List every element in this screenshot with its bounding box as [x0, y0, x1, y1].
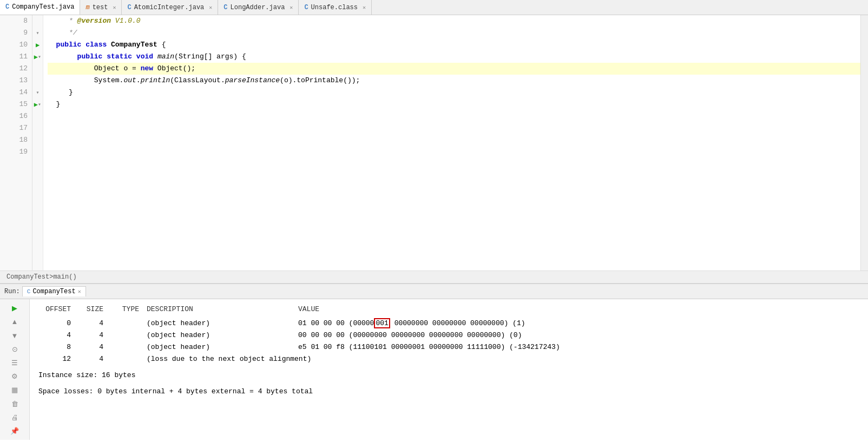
code-line-11: public static void main(String[] args) {	[48, 51, 860, 63]
tab-label: CompanyTest.java	[12, 3, 74, 11]
tab-label: test	[93, 4, 108, 11]
line-num-8: 8	[0, 15, 32, 27]
java-icon: C	[127, 4, 131, 11]
line-num-9: 9	[0, 27, 32, 39]
code-line-13: System.out.println(ClassLayout.parseInst…	[48, 75, 860, 87]
tab-test[interactable]: m test ✕	[80, 0, 122, 15]
line-num-12: 12	[0, 63, 32, 75]
run-output: OFFSET SIZE TYPE DESCRIPTION VALUE 0 4 (…	[30, 299, 868, 440]
run-panel: Run: C CompanyTest ✕ ▶ ▲ ▼ ⊙ ☰ ⚙ ▦ 🗑 🖨 📌	[0, 283, 868, 440]
run-close-icon[interactable]: ✕	[78, 288, 81, 295]
delete-button[interactable]: 🗑	[9, 398, 21, 409]
line-numbers: 8 9 10 11 12 13 14 15 16 17 18 19	[0, 15, 32, 271]
code-line-14: }	[48, 87, 860, 98]
breadcrumb-bar: CompanyTest > main()	[0, 271, 868, 283]
close-icon[interactable]: ✕	[209, 4, 212, 11]
code-line-8: * @version V1.0.0	[48, 15, 860, 27]
fold-icon-11[interactable]: ▾	[38, 54, 41, 60]
tab-label: LongAdder.java	[231, 4, 285, 11]
gutter-13	[32, 75, 43, 87]
code-line-9: */	[48, 27, 860, 39]
settings-button[interactable]: ⚙	[9, 371, 21, 382]
code-line-18	[48, 134, 860, 146]
gutter-9: ▾	[32, 27, 43, 39]
run-arrow-11[interactable]: ▶	[34, 53, 38, 61]
close-icon[interactable]: ✕	[290, 4, 293, 11]
gutter-8	[32, 15, 43, 27]
run-tab-label: CompanyTest	[32, 288, 75, 295]
java-icon: C	[223, 4, 227, 11]
tab-long-adder[interactable]: C LongAdder.java ✕	[218, 0, 299, 15]
code-line-17	[48, 122, 860, 134]
output-row-8: 8 4 (object header) e5 01 00 f8 (1110010…	[38, 341, 859, 353]
breadcrumb-separator: >	[49, 273, 53, 281]
print-button[interactable]: 🖨	[9, 412, 21, 423]
method-icon: m	[86, 4, 89, 11]
gutter-18	[32, 134, 43, 146]
screenshot-button[interactable]: ⊙	[9, 344, 21, 355]
table-button[interactable]: ▦	[9, 384, 21, 395]
scroll-down-button[interactable]: ▼	[9, 329, 21, 341]
play-button[interactable]: ▶	[9, 302, 21, 314]
run-label: Run:	[4, 288, 20, 295]
code-line-19	[48, 146, 860, 158]
pin-button[interactable]: 📌	[9, 425, 21, 437]
header-size: SIZE	[82, 304, 114, 315]
editor-scrollbar[interactable]	[860, 15, 868, 271]
gutter-14: ▾	[32, 87, 43, 98]
run-content: ▶ ▲ ▼ ⊙ ☰ ⚙ ▦ 🗑 🖨 📌 OFFSET SIZE TYPE DES…	[0, 299, 868, 440]
java-icon: C	[5, 3, 9, 11]
tab-label: Unsafe.class	[311, 4, 358, 11]
header-description: DESCRIPTION	[147, 304, 298, 315]
close-icon[interactable]: ✕	[363, 4, 366, 11]
gutter-10[interactable]: ▶	[32, 39, 43, 51]
run-sidebar: ▶ ▲ ▼ ⊙ ☰ ⚙ ▦ 🗑 🖨 📌	[0, 299, 30, 440]
code-line-12: Object o = new Object();	[48, 63, 860, 75]
line-num-16: 16	[0, 110, 32, 122]
gutter-12	[32, 63, 43, 75]
tab-label: AtomicInteger.java	[134, 4, 205, 11]
run-tab-company-test[interactable]: C CompanyTest ✕	[22, 286, 86, 296]
run-arrow-15[interactable]: ▶	[34, 101, 38, 109]
run-tab-bar: Run: C CompanyTest ✕	[0, 284, 868, 299]
instance-size-text: Instance size: 16 bytes	[38, 370, 859, 381]
editor-area: 8 9 10 11 12 13 14 15 16 17 18 19 ▾ ▶ ▶ …	[0, 15, 868, 271]
gutter-19	[32, 146, 43, 158]
gutter-15: ▶ ▾	[32, 98, 43, 110]
line-num-14: 14	[0, 87, 32, 98]
scroll-up-button[interactable]: ▲	[9, 316, 21, 327]
space-losses-text: Space losses: 0 bytes internal + 4 bytes…	[38, 386, 859, 398]
app-container: C CompanyTest.java m test ✕ C AtomicInte…	[0, 0, 868, 440]
list-button[interactable]: ☰	[9, 357, 21, 368]
header-value: VALUE	[298, 304, 319, 315]
fold-icon-9[interactable]: ▾	[36, 30, 39, 36]
tab-bar: C CompanyTest.java m test ✕ C AtomicInte…	[0, 0, 868, 15]
output-row-0: 0 4 (object header) 01 00 00 00 (0000000…	[38, 318, 859, 329]
line-num-17: 17	[0, 122, 32, 134]
code-line-15: }	[48, 98, 860, 110]
class-icon: C	[304, 4, 308, 11]
line-num-19: 19	[0, 146, 32, 158]
run-tab-icon: C	[27, 288, 31, 295]
gutter-11[interactable]: ▶ ▾	[32, 51, 43, 63]
gutter-16	[32, 110, 43, 122]
code-editor[interactable]: * @version V1.0.0 */ public class Compan…	[43, 15, 860, 271]
breadcrumb-method: main()	[53, 273, 76, 281]
tab-company-test[interactable]: C CompanyTest.java	[0, 0, 80, 15]
line-num-13: 13	[0, 75, 32, 87]
output-row-12: 12 4 (loss due to the next object alignm…	[38, 353, 859, 365]
run-arrow-10[interactable]: ▶	[36, 41, 40, 49]
gutter-17	[32, 122, 43, 134]
gutter: ▾ ▶ ▶ ▾ ▾ ▶ ▾	[32, 15, 43, 271]
tab-unsafe-class[interactable]: C Unsafe.class ✕	[299, 0, 372, 15]
fold-icon-15[interactable]: ▾	[38, 101, 41, 108]
code-line-10: public class CompanyTest {	[48, 39, 860, 51]
fold-icon-14[interactable]: ▾	[36, 89, 39, 96]
code-line-16	[48, 110, 860, 122]
close-icon[interactable]: ✕	[113, 4, 116, 11]
breadcrumb-class: CompanyTest	[6, 273, 49, 281]
line-num-11: 11	[0, 51, 32, 63]
highlighted-bits: 001	[374, 318, 390, 328]
header-offset: OFFSET	[38, 304, 82, 315]
tab-atomic-integer[interactable]: C AtomicInteger.java ✕	[122, 0, 218, 15]
